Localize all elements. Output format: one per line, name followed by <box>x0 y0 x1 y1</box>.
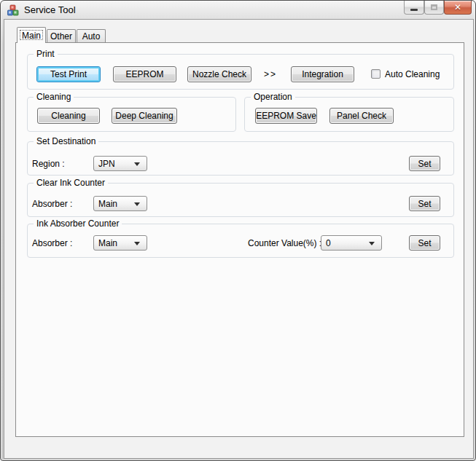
ink-absorber-value: Main <box>98 238 117 248</box>
service-tool-window: Service Tool ✕ Main Other Auto Print Tes… <box>0 0 476 461</box>
tab-auto[interactable]: Auto <box>77 29 106 42</box>
maximize-icon <box>431 4 437 10</box>
panel-check-button[interactable]: Panel Check <box>329 108 394 124</box>
window-title: Service Tool <box>24 4 76 15</box>
chevron-down-icon <box>134 202 140 206</box>
region-dropdown[interactable]: JPN <box>93 156 147 171</box>
group-set-destination: Set Destination <box>27 141 454 176</box>
clear-ink-set-label: Set <box>418 199 431 209</box>
maximize-button[interactable] <box>424 1 444 15</box>
counter-value: 0 <box>326 238 331 248</box>
chevron-down-icon <box>134 162 140 166</box>
ink-absorber-label: Absorber : <box>32 238 72 248</box>
close-button[interactable]: ✕ <box>444 1 472 15</box>
region-label: Region : <box>32 159 65 169</box>
eeprom-save-button[interactable]: EEPROM Save <box>255 108 317 124</box>
tab-main[interactable]: Main <box>17 27 46 43</box>
test-print-label: Test Print <box>50 69 87 79</box>
app-icon <box>7 4 19 16</box>
group-ink-absorber-title: Ink Absorber Counter <box>34 218 122 229</box>
group-operation-title: Operation <box>251 92 295 103</box>
group-cleaning-title: Cleaning <box>34 92 74 103</box>
tab-auto-label: Auto <box>82 31 101 42</box>
panel-check-label: Panel Check <box>337 111 386 121</box>
tab-other[interactable]: Other <box>47 29 76 42</box>
integration-label: Integration <box>302 69 343 79</box>
dialog-client: Main Other Auto Print Test Print EEPROM … <box>4 19 474 459</box>
group-set-destination-title: Set Destination <box>34 136 98 147</box>
clear-ink-set-button[interactable]: Set <box>409 196 440 211</box>
group-ink-absorber-counter: Ink Absorber Counter <box>27 224 454 258</box>
nozzle-check-button[interactable]: Nozzle Check <box>187 66 251 82</box>
region-dropdown-value: JPN <box>98 159 115 169</box>
cleaning-label: Cleaning <box>51 111 85 121</box>
test-print-button[interactable]: Test Print <box>36 66 101 82</box>
tab-page-main: Print Test Print EEPROM Nozzle Check >> … <box>15 42 464 437</box>
group-clear-ink-title: Clear Ink Counter <box>34 178 108 189</box>
counter-value-label: Counter Value(%) : <box>248 238 321 248</box>
set-destination-set-button[interactable]: Set <box>409 156 440 171</box>
eeprom-label: EEPROM <box>125 69 163 79</box>
cleaning-button[interactable]: Cleaning <box>37 108 100 124</box>
chevrons-separator: >> <box>264 69 277 79</box>
group-clear-ink-counter: Clear Ink Counter <box>27 183 454 217</box>
close-icon: ✕ <box>454 3 461 12</box>
counter-value-dropdown[interactable]: 0 <box>321 235 382 251</box>
tab-other-label: Other <box>50 31 72 42</box>
minimize-button[interactable] <box>404 1 424 15</box>
eeprom-button[interactable]: EEPROM <box>113 66 176 82</box>
ink-absorber-set-button[interactable]: Set <box>409 235 440 251</box>
auto-cleaning-label: Auto Cleaning <box>385 69 440 79</box>
ink-absorber-dropdown[interactable]: Main <box>93 235 147 251</box>
eeprom-save-label: EEPROM Save <box>256 111 316 121</box>
auto-cleaning-checkbox[interactable] <box>371 69 381 79</box>
clear-ink-absorber-dropdown[interactable]: Main <box>93 196 147 211</box>
chevron-down-icon <box>369 242 375 245</box>
deep-cleaning-label: Deep Cleaning <box>115 111 173 121</box>
chevron-down-icon <box>134 242 140 245</box>
deep-cleaning-button[interactable]: Deep Cleaning <box>112 108 177 124</box>
set-destination-set-label: Set <box>418 159 431 169</box>
nozzle-check-label: Nozzle Check <box>192 69 246 79</box>
group-print-title: Print <box>34 49 58 60</box>
ink-absorber-set-label: Set <box>418 238 431 248</box>
clear-ink-absorber-value: Main <box>98 199 117 209</box>
tab-main-label: Main <box>22 31 41 41</box>
minimize-icon <box>410 9 418 11</box>
integration-button[interactable]: Integration <box>291 66 354 82</box>
clear-ink-absorber-label: Absorber : <box>32 199 72 209</box>
